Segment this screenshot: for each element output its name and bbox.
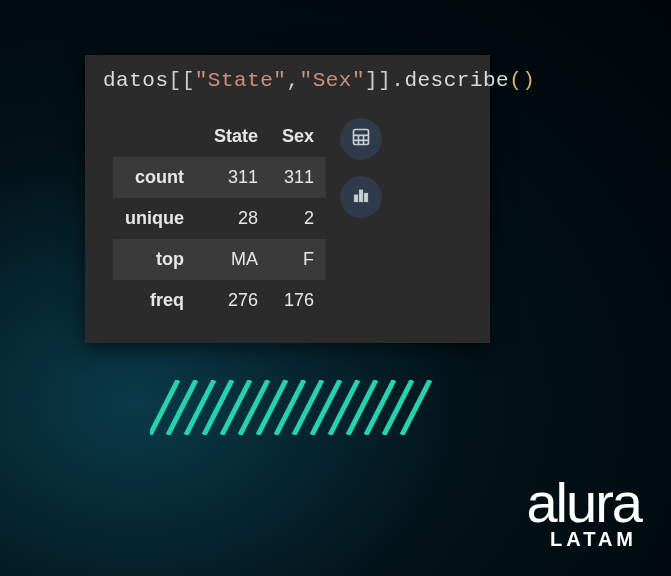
- calculator-icon: [351, 127, 371, 151]
- table-row: unique 28 2: [113, 198, 326, 239]
- svg-rect-15: [354, 130, 369, 145]
- bracket-open-inner: [: [182, 69, 195, 92]
- method-name: describe: [404, 69, 509, 92]
- calculator-button[interactable]: [340, 118, 382, 160]
- row-label: count: [113, 157, 202, 198]
- bracket-close-outer: ]: [378, 69, 391, 92]
- row-label: freq: [113, 280, 202, 321]
- svg-line-11: [348, 380, 376, 435]
- col-header-state: State: [202, 116, 270, 157]
- bracket-close-inner: ]: [365, 69, 378, 92]
- row-label: top: [113, 239, 202, 280]
- code-variable: datos: [103, 69, 169, 92]
- col-header-sex: Sex: [270, 116, 326, 157]
- svg-line-9: [312, 380, 340, 435]
- paren-close: ): [522, 69, 535, 92]
- cell: MA: [202, 239, 270, 280]
- table-row: top MA F: [113, 239, 326, 280]
- svg-line-3: [204, 380, 232, 435]
- string-literal-1: "State": [195, 69, 287, 92]
- bracket-open-outer: [: [169, 69, 182, 92]
- cell: 311: [202, 157, 270, 198]
- cell: 28: [202, 198, 270, 239]
- paren-open: (: [509, 69, 522, 92]
- string-literal-2: "Sex": [300, 69, 366, 92]
- svg-line-7: [276, 380, 304, 435]
- cell: 276: [202, 280, 270, 321]
- code-output-panel: datos[["State","Sex"]].describe() State …: [85, 55, 490, 343]
- dot: .: [391, 69, 404, 92]
- svg-rect-22: [364, 193, 367, 201]
- cell: 176: [270, 280, 326, 321]
- table-corner: [113, 116, 202, 157]
- svg-line-10: [330, 380, 358, 435]
- svg-rect-21: [359, 190, 362, 202]
- svg-line-13: [384, 380, 412, 435]
- decorative-hatch: [150, 380, 440, 435]
- table-row: count 311 311: [113, 157, 326, 198]
- table-header-row: State Sex: [113, 116, 326, 157]
- brand-name: alura: [526, 478, 641, 528]
- table-row: freq 276 176: [113, 280, 326, 321]
- row-label: unique: [113, 198, 202, 239]
- svg-line-12: [366, 380, 394, 435]
- comma: ,: [286, 69, 299, 92]
- svg-line-14: [402, 380, 430, 435]
- svg-line-0: [150, 380, 178, 435]
- brand-logo: alura LATAM: [526, 478, 641, 548]
- chart-button[interactable]: [340, 176, 382, 218]
- describe-table: State Sex count 311 311 unique 28 2 top …: [113, 116, 326, 321]
- cell: 2: [270, 198, 326, 239]
- cell: F: [270, 239, 326, 280]
- svg-rect-20: [354, 195, 357, 202]
- svg-line-4: [222, 380, 250, 435]
- svg-line-5: [240, 380, 268, 435]
- svg-line-1: [168, 380, 196, 435]
- bar-chart-icon: [351, 185, 371, 209]
- svg-line-2: [186, 380, 214, 435]
- cell: 311: [270, 157, 326, 198]
- svg-line-6: [258, 380, 286, 435]
- svg-line-8: [294, 380, 322, 435]
- code-line: datos[["State","Sex"]].describe(): [85, 55, 490, 110]
